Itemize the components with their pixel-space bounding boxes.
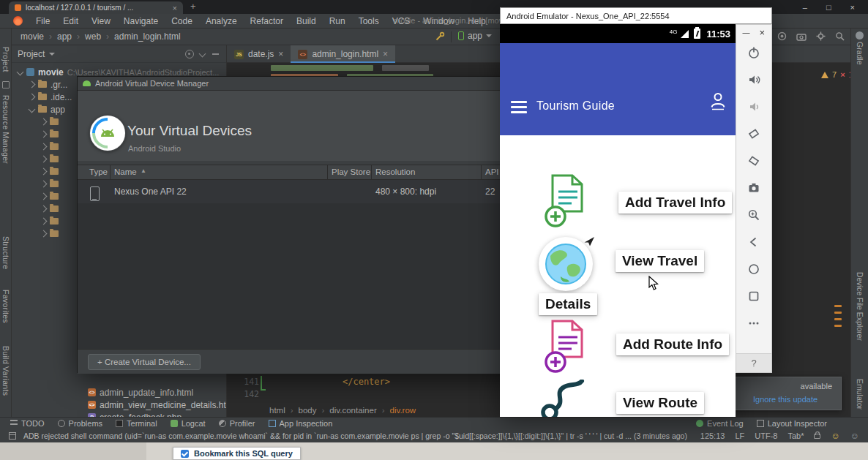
run-configuration-select[interactable]: app: [458, 31, 492, 41]
hamburger-menu-icon[interactable]: [511, 98, 527, 116]
nav-crumb-file[interactable]: admin_login.html: [101, 31, 181, 42]
tool-button-problems[interactable]: Problems: [58, 419, 102, 428]
bookmark-sql-query-control[interactable]: Bookmark this SQL query: [173, 447, 301, 460]
tool-button-gradle[interactable]: Gradle: [856, 42, 864, 65]
tool-button-logcat[interactable]: Logcat: [171, 419, 206, 428]
menu-navigate[interactable]: Navigate: [117, 16, 165, 26]
indent-info[interactable]: Tab*: [787, 431, 804, 440]
tool-button-resource-manager[interactable]: Resource Manager: [1, 95, 10, 164]
zoom-button[interactable]: [736, 201, 772, 228]
tree-node[interactable]: [41, 165, 59, 178]
tool-button-project[interactable]: Project: [1, 47, 10, 72]
tool-button-structure[interactable]: Structure: [1, 236, 10, 269]
add-route-info-button[interactable]: Add Route Info: [616, 333, 729, 355]
error-stripe-mark[interactable]: [834, 312, 842, 314]
col-api[interactable]: API: [485, 167, 499, 176]
tool-button-favorites[interactable]: Favorites: [1, 290, 10, 323]
tree-node[interactable]: [41, 190, 59, 203]
project-panel-title[interactable]: Project: [18, 49, 45, 59]
screenshot-icon[interactable]: [796, 32, 807, 43]
overview-button[interactable]: [736, 282, 772, 309]
line-separator[interactable]: LF: [735, 431, 744, 440]
tab-admin-login-html[interactable]: <> admin_login.html: [291, 45, 395, 63]
screen-record-icon[interactable]: [777, 31, 787, 43]
lock-icon[interactable]: [814, 434, 820, 439]
volume-down-button[interactable]: [736, 93, 772, 120]
col-play-store[interactable]: Play Store: [332, 167, 370, 176]
tool-button-app-inspection[interactable]: App Inspection: [269, 419, 333, 428]
error-stripe-mark[interactable]: [834, 305, 842, 307]
power-button[interactable]: [736, 39, 772, 66]
home-button[interactable]: [736, 255, 772, 282]
tool-button-build-variants[interactable]: Build Variants: [1, 346, 10, 396]
tool-button-terminal[interactable]: Terminal: [116, 419, 157, 428]
tree-node-app[interactable]: app: [29, 103, 65, 116]
tab-close-icon[interactable]: [278, 49, 283, 59]
build-wrench-icon[interactable]: [435, 31, 445, 44]
nav-crumb-web[interactable]: web: [72, 31, 101, 42]
menu-file[interactable]: File: [29, 16, 56, 26]
tree-node[interactable]: [41, 215, 59, 227]
menu-build[interactable]: Build: [290, 16, 323, 26]
emulator-minimize-icon[interactable]: [742, 27, 749, 38]
view-travel-button[interactable]: View Travel: [616, 250, 704, 272]
nav-crumb-app[interactable]: app: [44, 31, 72, 42]
tab-close-icon[interactable]: [383, 49, 388, 59]
create-virtual-device-button[interactable]: + Create Virtual Device...: [88, 354, 201, 370]
nav-crumb-module[interactable]: movie: [20, 31, 44, 42]
breadcrumb-row[interactable]: div.row: [377, 406, 416, 415]
account-icon[interactable]: [709, 91, 727, 113]
tree-node-file[interactable]: P create_feedback.php: [88, 411, 182, 417]
tree-node[interactable]: [41, 203, 59, 215]
search-icon[interactable]: [835, 31, 845, 43]
screenshot-camera-button[interactable]: [736, 174, 772, 201]
menu-code[interactable]: Code: [165, 16, 199, 26]
emulator-close-icon[interactable]: [759, 27, 765, 38]
inspections-widget[interactable]: 7 × 16 ^ v: [821, 70, 850, 79]
tree-node[interactable]: [41, 140, 59, 153]
maximize-icon[interactable]: [826, 3, 831, 12]
col-resolution[interactable]: Resolution: [375, 167, 415, 176]
toolwindow-toggle-icon[interactable]: [9, 432, 16, 440]
gradle-icon[interactable]: [856, 31, 864, 39]
chevron-down-icon[interactable]: [49, 53, 55, 56]
tab-date-js[interactable]: JS date.js: [227, 45, 291, 63]
emulator-screen[interactable]: 4G 11:53 Tourism Guide: [500, 24, 736, 417]
sort-asc-icon[interactable]: ▲: [141, 167, 146, 174]
caret-position[interactable]: 125:13: [700, 431, 725, 440]
tree-node-gradle[interactable]: .gr...: [29, 78, 67, 91]
browser-tab[interactable]: localhost / 127.0.0.1 / tourism / ...: [9, 1, 183, 14]
tree-node-file[interactable]: <> admin_view_medicine_details.html: [88, 399, 227, 411]
tool-button-todo[interactable]: TODO: [10, 419, 45, 428]
error-stripe-mark[interactable]: [834, 318, 842, 320]
menu-refactor[interactable]: Refactor: [244, 16, 290, 26]
tool-button-device-file-explorer[interactable]: Device File Explorer: [856, 272, 864, 341]
file-encoding[interactable]: UTF-8: [755, 431, 777, 440]
tree-node[interactable]: [41, 178, 59, 190]
breadcrumb-container[interactable]: div.container: [317, 406, 377, 415]
add-travel-info-button[interactable]: Add Travel Info: [618, 192, 732, 214]
tool-button-emulator[interactable]: Emulator: [856, 379, 864, 410]
breadcrumb-body[interactable]: body: [285, 406, 317, 415]
more-button[interactable]: [736, 309, 772, 336]
tool-button-layout-inspector[interactable]: Layout Inspector: [757, 419, 827, 428]
new-tab-button[interactable]: [190, 1, 196, 12]
collapse-all-icon[interactable]: [198, 50, 207, 59]
view-route-button[interactable]: View Route: [616, 392, 704, 414]
tree-node[interactable]: [41, 128, 59, 140]
tool-button-event-log[interactable]: Event Log: [696, 419, 744, 428]
help-button[interactable]: ?: [736, 353, 771, 372]
tool-button-profiler[interactable]: Profiler: [219, 419, 255, 428]
rotate-right-button[interactable]: [736, 147, 772, 174]
error-stripe-mark[interactable]: [834, 325, 842, 327]
tree-node[interactable]: [41, 116, 59, 128]
tree-node[interactable]: [41, 227, 59, 240]
menu-view[interactable]: View: [85, 16, 117, 26]
rotate-left-button[interactable]: [736, 120, 772, 147]
tree-node[interactable]: [41, 153, 59, 165]
col-name[interactable]: Name: [114, 167, 137, 176]
col-type[interactable]: Type: [89, 167, 108, 176]
settings-gear-icon[interactable]: [816, 31, 826, 43]
emulator-window-title[interactable]: Android Emulator - Nexus_One_API_22:5554: [500, 7, 772, 24]
menu-tools[interactable]: Tools: [352, 16, 386, 26]
